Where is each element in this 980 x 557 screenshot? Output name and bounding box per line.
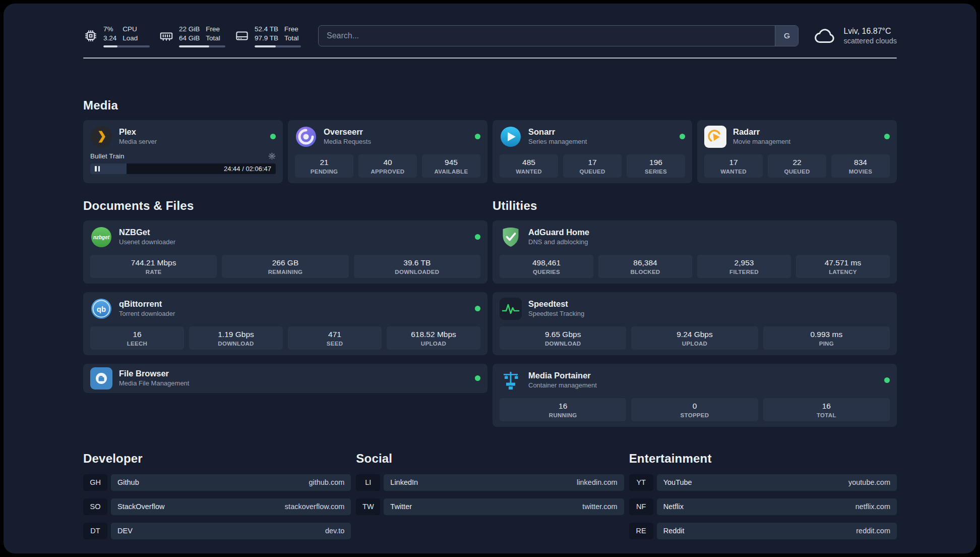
status-online-dot [475, 375, 480, 381]
stats-row: 498,461QUERIES 86,384BLOCKED 2,953FILTER… [500, 255, 890, 278]
bookmark-netflix[interactable]: NF Netflix netflix.com [629, 498, 897, 515]
service-card-nzbget[interactable]: nzbget NZBGet Usenet downloader 744.21 M… [83, 220, 487, 284]
stat-label: REMAINING [224, 269, 346, 275]
stat-box: 16TOTAL [763, 398, 890, 421]
bookmark-link[interactable]: LinkedIn linkedin.com [384, 474, 624, 491]
card-header: nzbget NZBGet Usenet downloader [90, 226, 480, 248]
settings-gear-icon[interactable] [268, 152, 276, 160]
service-card-speedtest[interactable]: Speedtest Speedtest Tracking 9.65 GbpsDO… [493, 292, 897, 355]
stat-label: RATE [92, 269, 215, 275]
bookmark-name: LinkedIn [390, 478, 418, 486]
status-online-dot [475, 306, 480, 311]
stat-box: 47.571 msLATENCY [796, 255, 890, 278]
stat-box: 945AVAILABLE [422, 154, 480, 178]
service-card-filebrowser[interactable]: File Browser Media File Management [83, 364, 487, 393]
weather-location: Lviv, 16.87°C [843, 26, 897, 37]
stat-label: LEECH [92, 341, 182, 347]
service-subtitle: Media Requests [324, 138, 371, 146]
stats-row: 16RUNNING 0STOPPED 16TOTAL [500, 398, 890, 421]
disk-progress-fill [255, 45, 276, 47]
service-card-qbittorrent[interactable]: qb qBittorrent Torrent downloader 16LEEC… [83, 292, 487, 355]
stat-box: 9.24 GbpsUPLOAD [631, 326, 758, 350]
service-card-portainer[interactable]: Media Portainer Container management 16R… [493, 364, 897, 427]
playback-progress-bar[interactable]: 24:44 / 02:06:47 [90, 163, 276, 174]
stat-label: WANTED [502, 169, 556, 175]
service-card-sonarr[interactable]: Sonarr Series management 485WANTED 17QUE… [493, 120, 692, 183]
stat-label: DOWNLOAD [502, 341, 624, 347]
bookmark-link[interactable]: Reddit reddit.com [657, 523, 897, 539]
cpu-progress-fill [103, 45, 117, 47]
topbar: 7% 3.24 CPU Load [83, 25, 897, 47]
bookmark-abbr: NF [629, 498, 653, 515]
section-title-entertainment: Entertainment [629, 451, 897, 466]
stat-box: 16RUNNING [500, 398, 626, 421]
section-title-media: Media [83, 98, 897, 113]
filebrowser-icon [90, 367, 112, 389]
now-playing-widget: Bullet Train 24:44 / 02:06:47 [90, 152, 276, 174]
memory-widget: 22 GiB 64 GiB Free Total [159, 25, 225, 47]
stat-value: 9.24 Gbps [633, 330, 756, 339]
stat-value: 485 [502, 158, 556, 167]
service-card-plex[interactable]: Plex Media server Bullet Train [83, 120, 283, 183]
stat-label: UPLOAD [389, 341, 478, 347]
stat-label: PENDING [297, 169, 351, 175]
svg-text:nzbget: nzbget [93, 234, 110, 240]
stat-value: 39.6 TB [356, 258, 478, 267]
disk-total-value: 97.9 TB [255, 34, 278, 43]
bookmark-reddit[interactable]: RE Reddit reddit.com [629, 523, 897, 539]
bookmark-dev[interactable]: DT DEV dev.to [83, 523, 351, 539]
search-provider-button[interactable]: G [775, 26, 798, 46]
cpu-load-label: Load [122, 34, 138, 43]
bookmark-github[interactable]: GH Github github.com [83, 474, 351, 491]
stat-value: 498,461 [502, 258, 591, 267]
memory-progress-track [179, 45, 225, 47]
stat-box: 39.6 TBDOWNLOADED [354, 255, 480, 278]
stat-label: FILTERED [699, 269, 789, 275]
stat-value: 16 [502, 402, 624, 411]
disk-widget: 52.4 TB 97.9 TB Free Total [234, 25, 301, 47]
bookmark-list: YT YouTube youtube.com NF Netflix netfli… [629, 474, 897, 539]
card-titles: Radarr Movie management [733, 127, 790, 146]
card-header: File Browser Media File Management [90, 367, 480, 389]
playback-time: 24:44 / 02:06:47 [224, 165, 276, 173]
bookmark-link[interactable]: DEV dev.to [111, 523, 351, 539]
card-header: Radarr Movie management [704, 126, 890, 148]
card-titles: File Browser Media File Management [119, 368, 189, 387]
memory-icon [159, 28, 174, 43]
bookmark-twitter[interactable]: TW Twitter twitter.com [356, 498, 624, 515]
memory-progress-fill [179, 45, 209, 47]
stat-label: AVAILABLE [424, 169, 478, 175]
speedtest-graph-icon [500, 298, 522, 320]
bookmark-link[interactable]: StackOverflow stackoverflow.com [111, 498, 351, 515]
section-utilities: Utilities AdGuard Home DNS and adblockin… [493, 198, 897, 427]
bookmark-name: DEV [117, 527, 133, 535]
pause-icon[interactable] [95, 166, 100, 172]
stat-value: 1.19 Gbps [191, 330, 281, 339]
bookmark-url: reddit.com [856, 527, 890, 535]
bookmark-link[interactable]: Github github.com [111, 474, 351, 491]
service-card-overseerr[interactable]: Overseerr Media Requests 21PENDING 40APP… [288, 120, 487, 183]
service-card-radarr[interactable]: Radarr Movie management 17WANTED 22QUEUE… [697, 120, 897, 183]
bookmark-youtube[interactable]: YT YouTube youtube.com [629, 474, 897, 491]
bookmark-link[interactable]: Twitter twitter.com [384, 498, 624, 515]
now-playing-title: Bullet Train [90, 152, 125, 160]
bookmark-name: Netflix [663, 503, 684, 511]
weather-text: Lviv, 16.87°C scattered clouds [843, 26, 897, 46]
bookmark-linkedin[interactable]: LI LinkedIn linkedin.com [356, 474, 624, 491]
service-name: qBittorrent [119, 299, 175, 309]
bookmark-abbr: LI [356, 474, 380, 491]
service-subtitle: Usenet downloader [119, 238, 175, 247]
stat-value: 471 [290, 330, 380, 339]
service-subtitle: Torrent downloader [119, 310, 175, 318]
service-card-adguard[interactable]: AdGuard Home DNS and adblocking 498,461Q… [493, 220, 897, 284]
bookmark-link[interactable]: Netflix netflix.com [657, 498, 897, 515]
search-input[interactable] [319, 26, 775, 46]
stats-row: 16LEECH 1.19 GbpsDOWNLOAD 471SEED 618.52… [90, 326, 480, 350]
bookmark-group-developer: Developer GH Github github.com SO StackO… [83, 451, 351, 539]
overseerr-icon [295, 126, 317, 148]
search-bar[interactable]: G [318, 25, 799, 46]
service-name: Overseerr [324, 127, 371, 137]
stat-value: 47.571 ms [798, 258, 888, 267]
bookmark-link[interactable]: YouTube youtube.com [657, 474, 897, 491]
bookmark-stackoverflow[interactable]: SO StackOverflow stackoverflow.com [83, 498, 351, 515]
